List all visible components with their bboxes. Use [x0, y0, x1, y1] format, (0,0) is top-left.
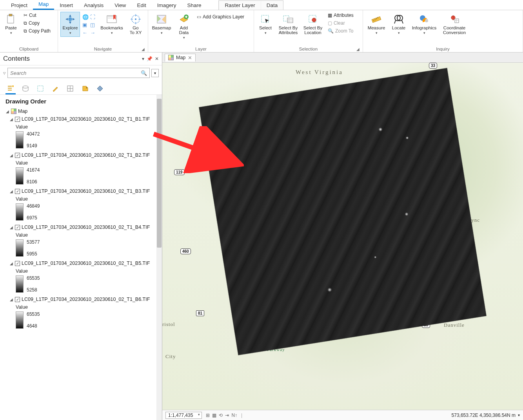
list-by-editing-button[interactable]	[50, 83, 60, 94]
layer-row[interactable]: ◢ ✓ LC09_L1TP_017034_20230610_20230610_0…	[5, 224, 160, 231]
list-by-labeling-button[interactable]	[80, 83, 90, 94]
tab-insert[interactable]: Insert	[54, 1, 78, 10]
visibility-checkbox[interactable]: ✓	[15, 153, 20, 158]
scrollbar-track[interactable]	[156, 95, 162, 420]
tool-icon[interactable]: ⊞	[206, 413, 210, 418]
tool-icon[interactable]: ▦	[212, 413, 216, 418]
chevron-down-icon[interactable]: ▾	[518, 413, 520, 417]
close-icon[interactable]: ✕	[188, 55, 192, 61]
expand-icon[interactable]: ◢	[9, 261, 13, 266]
coordinate-conversion-button[interactable]: Coordinate Conversion	[441, 12, 468, 37]
zoom-to-button[interactable]: 🔍Zoom To	[326, 27, 355, 34]
context-tab-group: Raster Layer Data	[218, 0, 283, 10]
ribbon: Paste▾ ✂Cut ⧉Copy ⧉Copy Path Clipboard E…	[0, 10, 523, 52]
layer-row[interactable]: ◢ ✓ LC09_L1TP_017034_20230610_20230610_0…	[5, 260, 160, 267]
map-canvas[interactable]: West Virginia Charleston Monongahela Nat…	[162, 63, 523, 410]
search-icon[interactable]: 🔍	[141, 70, 147, 76]
close-icon[interactable]: ✕	[155, 56, 159, 62]
dialog-launcher-icon[interactable]: ◢	[142, 47, 145, 51]
cut-button[interactable]: ✂Cut	[22, 12, 52, 19]
search-input[interactable]	[10, 70, 139, 76]
ramp-min: 8106	[27, 179, 40, 185]
search-dropdown-icon[interactable]: ▾	[151, 69, 159, 77]
paste-button[interactable]: Paste▾	[2, 12, 20, 37]
globe-icon[interactable]: 🌐	[82, 14, 89, 20]
add-graphics-layer-button[interactable]: ▭Add Graphics Layer	[195, 13, 246, 20]
tool-icon[interactable]: ⟲	[219, 413, 223, 418]
list-by-source-button[interactable]	[20, 83, 31, 94]
expand-icon[interactable]: ◢	[9, 297, 13, 302]
explore-button[interactable]: Explore▾	[60, 12, 80, 37]
filter-icon[interactable]: ▿	[3, 70, 6, 76]
zoom-to-icon: 🔍	[328, 28, 334, 34]
tab-analysis[interactable]: Analysis	[78, 1, 109, 10]
scale-input[interactable]: 1:1,477,435	[165, 412, 202, 419]
layer-extent-icon[interactable]: ◫	[90, 22, 96, 28]
list-by-snapping-button[interactable]	[65, 83, 75, 94]
tab-project[interactable]: Project	[5, 1, 33, 10]
ramp-max: 41674	[27, 167, 40, 173]
go-to-xy-button[interactable]: Go To XY	[127, 12, 144, 37]
layer-row[interactable]: ◢ ✓ LC09_L1TP_017034_20230610_20230610_0…	[5, 188, 160, 195]
select-icon	[260, 14, 271, 25]
goto-xy-icon	[130, 14, 141, 25]
prev-extent-icon[interactable]: ←	[82, 30, 89, 36]
clear-button[interactable]: ▢Clear	[326, 20, 355, 27]
extent-icon[interactable]: ⛶	[90, 14, 96, 20]
measure-button[interactable]: Measure▾	[365, 12, 387, 37]
svg-point-24	[86, 87, 87, 89]
zoom-sel-icon[interactable]: ▣	[82, 22, 89, 28]
add-data-button[interactable]: Add Data▾	[175, 12, 193, 42]
map-view-tab[interactable]: Map ✕	[165, 54, 196, 62]
list-by-drawing-order-button[interactable]	[5, 83, 16, 94]
map-area: Map ✕ West Virginia Charleston Monongahe…	[162, 52, 523, 420]
visibility-checkbox[interactable]: ✓	[15, 117, 20, 122]
tab-share[interactable]: Share	[182, 1, 207, 10]
expand-icon[interactable]: ◢	[9, 189, 13, 194]
search-input-wrapper[interactable]: 🔍	[7, 68, 150, 78]
visibility-checkbox[interactable]: ✓	[15, 261, 20, 266]
tool-icon[interactable]: ⇥	[225, 413, 229, 418]
visibility-checkbox[interactable]: ✓	[15, 297, 20, 302]
expand-icon[interactable]: ◢	[9, 117, 13, 121]
dialog-launcher-icon[interactable]: ◢	[356, 47, 360, 51]
tab-view[interactable]: View	[109, 1, 131, 10]
expand-icon[interactable]: ◢	[5, 109, 9, 114]
map-node[interactable]: ◢ Map	[5, 108, 160, 115]
locate-button[interactable]: Locate▾	[390, 12, 408, 37]
expand-icon[interactable]: ◢	[9, 225, 13, 230]
bookmarks-button[interactable]: Bookmarks▾	[99, 12, 125, 37]
tab-edit[interactable]: Edit	[131, 1, 151, 10]
copy-path-button[interactable]: ⧉Copy Path	[22, 27, 52, 34]
visibility-checkbox[interactable]: ✓	[15, 225, 20, 230]
select-by-attributes-button[interactable]: Select By Attributes	[277, 12, 300, 37]
tab-raster-layer[interactable]: Raster Layer	[219, 1, 260, 10]
color-ramp	[16, 311, 24, 329]
list-by-perspective-button[interactable]	[95, 83, 105, 94]
ramp-max: 40472	[27, 131, 40, 137]
layer-row[interactable]: ◢ ✓ LC09_L1TP_017034_20230610_20230610_0…	[5, 116, 160, 123]
tab-data[interactable]: Data	[261, 1, 283, 10]
layer-row[interactable]: ◢ ✓ LC09_L1TP_017034_20230610_20230610_0…	[5, 296, 160, 303]
raster-layer	[199, 68, 486, 355]
scissors-icon: ✂	[24, 13, 27, 18]
select-button[interactable]: Select▾	[256, 12, 274, 37]
tool-icon[interactable]: N↑	[231, 413, 237, 418]
visibility-checkbox[interactable]: ✓	[15, 189, 20, 194]
infographics-button[interactable]: Infographics▾	[410, 12, 438, 37]
pin-icon[interactable]: 📌	[147, 56, 153, 62]
toc-body: Drawing Order ◢ Map ◢ ✓ LC09_L1TP_017034…	[0, 95, 162, 420]
tab-imagery[interactable]: Imagery	[152, 1, 182, 10]
scrollbar-thumb[interactable]	[157, 99, 162, 248]
attributes-button[interactable]: ▦Attributes	[326, 12, 355, 19]
tab-map[interactable]: Map	[33, 0, 54, 10]
list-by-selection-button[interactable]	[35, 83, 45, 94]
layer-row[interactable]: ◢ ✓ LC09_L1TP_017034_20230610_20230610_0…	[5, 152, 160, 159]
select-by-location-button[interactable]: Select By Location	[302, 12, 324, 37]
copy-button[interactable]: ⧉Copy	[22, 20, 52, 27]
group-label-inquiry: Inquiry	[365, 46, 520, 52]
next-extent-icon[interactable]: →	[90, 30, 96, 36]
expand-icon[interactable]: ◢	[9, 153, 13, 158]
chevron-down-icon[interactable]: ▾	[142, 56, 144, 62]
basemap-button[interactable]: Basemap▾	[151, 12, 173, 37]
